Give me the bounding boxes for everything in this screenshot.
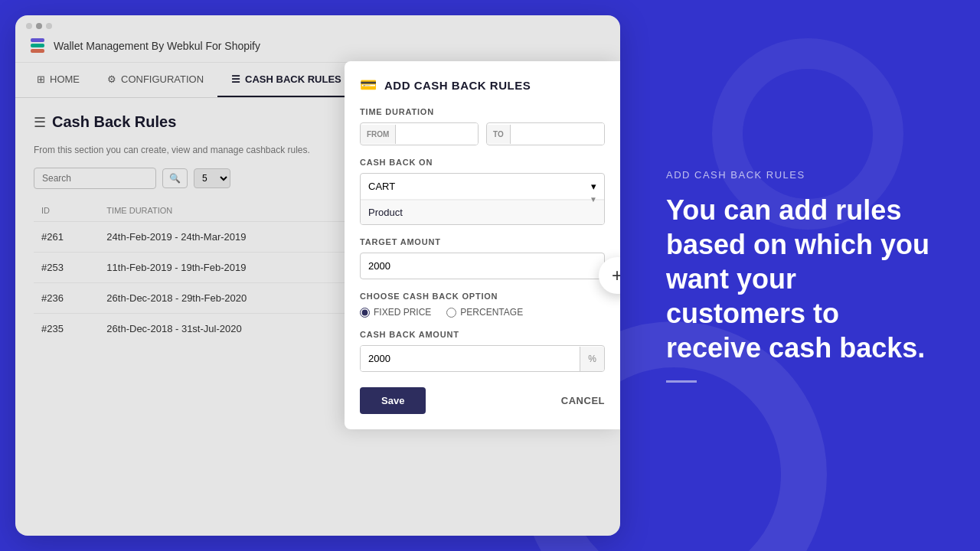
cashback-on-dropdown: CART ▾ Product bbox=[360, 173, 605, 225]
target-amount-input[interactable] bbox=[360, 253, 605, 279]
cashback-amount-group: CASH BACK AMOUNT % bbox=[360, 330, 605, 372]
date-row: FROM 📅 TO 📅 bbox=[360, 122, 605, 145]
to-date-input[interactable] bbox=[511, 123, 605, 145]
cashback-on-selected: CART bbox=[368, 181, 395, 192]
target-amount-label: TARGET AMOUNT bbox=[360, 237, 605, 246]
modal-title-row: 💳 ADD CASH BACK RULES bbox=[360, 77, 605, 93]
cashback-option-group: CHOOSE CASH BACK OPTION FIXED PRICE PERC… bbox=[360, 292, 605, 318]
radio-group: FIXED PRICE PERCENTAGE bbox=[360, 307, 605, 318]
fixed-price-label[interactable]: FIXED PRICE bbox=[360, 307, 431, 318]
percentage-radio[interactable] bbox=[446, 308, 456, 318]
right-subtitle: ADD CASH BACK RULES bbox=[666, 169, 934, 181]
percentage-label[interactable]: PERCENTAGE bbox=[446, 307, 523, 318]
left-panel: Wallet Management By Webkul For Shopify … bbox=[15, 15, 620, 536]
modal-footer: Save CANCEL bbox=[360, 387, 605, 414]
from-date-wrap: FROM 📅 bbox=[360, 122, 479, 145]
cashback-on-group: CASH BACK ON CART ▾ Product bbox=[360, 158, 605, 225]
modal-overlay: 💳 ADD CASH BACK RULES TIME DURATION FROM… bbox=[15, 15, 620, 536]
cashback-on-label: CASH BACK ON bbox=[360, 158, 605, 167]
to-label: TO bbox=[487, 125, 511, 144]
from-date-input[interactable] bbox=[396, 123, 479, 145]
cashback-amount-input-wrap: % bbox=[360, 345, 605, 372]
to-date-wrap: TO 📅 bbox=[486, 122, 605, 145]
time-duration-label: TIME DURATION bbox=[360, 107, 605, 116]
modal-card: 💳 ADD CASH BACK RULES TIME DURATION FROM… bbox=[345, 61, 620, 429]
modal-icon: 💳 bbox=[360, 77, 377, 93]
main-container: Wallet Management By Webkul For Shopify … bbox=[15, 15, 965, 536]
from-label: FROM bbox=[361, 125, 396, 144]
cashback-on-select-wrap: CART ▾ Product bbox=[360, 173, 605, 225]
right-divider bbox=[666, 380, 697, 383]
cashback-amount-label: CASH BACK AMOUNT bbox=[360, 330, 605, 339]
cashback-option-label: CHOOSE CASH BACK OPTION bbox=[360, 292, 605, 301]
cashback-amount-input[interactable] bbox=[361, 346, 580, 371]
time-duration-group: TIME DURATION FROM 📅 TO 📅 bbox=[360, 107, 605, 145]
cashback-option-product[interactable]: Product bbox=[361, 200, 604, 224]
fixed-price-radio[interactable] bbox=[360, 308, 370, 318]
right-panel: ADD CASH BACK RULES You can add rules ba… bbox=[620, 15, 965, 536]
cancel-button[interactable]: CANCEL bbox=[561, 395, 605, 406]
percent-unit: % bbox=[580, 347, 604, 371]
right-heading: You can add rules based on which you wan… bbox=[666, 193, 934, 365]
target-amount-group: TARGET AMOUNT bbox=[360, 237, 605, 279]
modal-title: ADD CASH BACK RULES bbox=[384, 79, 531, 92]
dropdown-arrow-icon: ▾ bbox=[591, 181, 596, 192]
save-button[interactable]: Save bbox=[360, 387, 426, 414]
